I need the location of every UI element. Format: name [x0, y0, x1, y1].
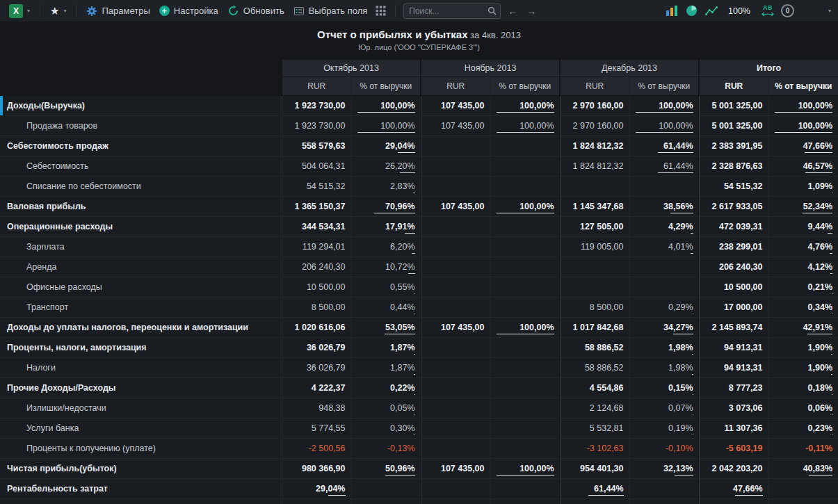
value-cell[interactable]: 0,07%: [629, 398, 699, 418]
value-cell[interactable]: 4,12%: [768, 257, 838, 277]
row-label[interactable]: Валовая прибыль: [0, 197, 282, 217]
row-label[interactable]: Офисные расходы: [0, 277, 282, 298]
value-cell[interactable]: [490, 156, 560, 177]
value-cell[interactable]: -0,10%: [629, 439, 699, 459]
refresh-button[interactable]: Обновить: [225, 3, 287, 18]
value-cell[interactable]: 1 145 347,68: [560, 197, 629, 217]
value-cell[interactable]: 50,96%: [351, 459, 421, 479]
value-cell[interactable]: [351, 479, 421, 499]
value-cell[interactable]: [421, 479, 490, 499]
value-cell[interactable]: [421, 217, 490, 237]
value-cell[interactable]: [421, 418, 490, 439]
value-cell[interactable]: 2 145 893,74: [699, 318, 768, 338]
value-cell[interactable]: 53,05%: [351, 318, 421, 338]
value-cell[interactable]: 100,00%: [490, 459, 560, 479]
value-cell[interactable]: [421, 177, 490, 197]
grid-view-button[interactable]: [374, 4, 387, 17]
value-cell[interactable]: 94 913,31: [699, 358, 768, 378]
show-zeros-button[interactable]: 0: [781, 4, 794, 17]
value-cell[interactable]: -3 102,63: [560, 439, 629, 459]
value-cell[interactable]: 8 500,00: [560, 298, 629, 318]
value-cell[interactable]: 58 886,52: [560, 338, 629, 358]
value-cell[interactable]: 36 026,79: [282, 338, 351, 358]
value-cell[interactable]: 107 435,00: [421, 197, 490, 217]
value-cell[interactable]: 0,29%: [629, 298, 699, 318]
value-cell[interactable]: 46,57%: [768, 156, 838, 177]
search-prev-button[interactable]: ←: [506, 6, 519, 17]
value-cell[interactable]: 42,91%: [768, 318, 838, 338]
value-cell[interactable]: 0,22%: [351, 378, 421, 398]
value-cell[interactable]: 58 886,52: [560, 358, 629, 378]
value-cell[interactable]: [560, 257, 629, 277]
value-cell[interactable]: 100,00%: [768, 96, 838, 116]
value-cell[interactable]: [490, 298, 560, 318]
row-label[interactable]: Проценты к получению (уплате): [0, 439, 282, 459]
value-cell[interactable]: [421, 439, 490, 459]
value-cell[interactable]: 54 515,32: [282, 177, 351, 197]
value-cell[interactable]: 1,98%: [629, 338, 699, 358]
row-label[interactable]: Рентабельность продаж: [0, 499, 282, 504]
value-cell[interactable]: 10 500,00: [699, 277, 768, 298]
value-cell[interactable]: 100,00%: [351, 96, 421, 116]
value-cell[interactable]: 100,00%: [421, 499, 490, 504]
column-group-october[interactable]: Октябрь 2013: [282, 60, 421, 77]
zoom-level[interactable]: 100%: [728, 6, 750, 16]
value-cell[interactable]: 61,44%: [629, 136, 699, 156]
value-cell[interactable]: 1,90%: [768, 358, 838, 378]
value-cell[interactable]: 5 001 325,00: [699, 116, 768, 136]
row-label[interactable]: Доходы до уплаты налогов, переоценки и а…: [0, 318, 282, 338]
value-cell[interactable]: 119 294,01: [282, 237, 351, 257]
value-cell[interactable]: [629, 277, 699, 298]
value-cell[interactable]: [490, 136, 560, 156]
value-cell[interactable]: 47,66%: [699, 479, 768, 499]
value-cell[interactable]: 1 824 812,32: [560, 156, 629, 177]
value-cell[interactable]: [421, 156, 490, 177]
value-cell[interactable]: [560, 177, 629, 197]
parameters-button[interactable]: Параметры: [84, 4, 152, 18]
value-cell[interactable]: 0,05%: [351, 398, 421, 418]
value-cell[interactable]: [490, 217, 560, 237]
value-cell[interactable]: 472 039,31: [699, 217, 768, 237]
value-cell[interactable]: [490, 257, 560, 277]
value-cell[interactable]: -2 500,56: [282, 439, 351, 459]
app-menu-button[interactable]: X ▾: [7, 3, 32, 19]
value-cell[interactable]: 50,96%: [282, 499, 351, 504]
value-cell[interactable]: 0,18%: [768, 378, 838, 398]
fit-width-button[interactable]: AB: [759, 3, 776, 18]
value-cell[interactable]: 5 532,81: [560, 418, 629, 439]
column-group-november[interactable]: Ноябрь 2013: [421, 60, 560, 77]
value-cell[interactable]: [490, 177, 560, 197]
value-cell[interactable]: 107 435,00: [421, 318, 490, 338]
value-cell[interactable]: [421, 398, 490, 418]
subheader-rur[interactable]: RUR: [560, 77, 629, 96]
column-group-december[interactable]: Декабрь 2013: [560, 60, 699, 77]
value-cell[interactable]: [768, 499, 838, 504]
value-cell[interactable]: 10,72%: [351, 257, 421, 277]
subheader-rur[interactable]: RUR: [421, 77, 490, 96]
value-cell[interactable]: 100,00%: [490, 318, 560, 338]
value-cell[interactable]: 100,00%: [629, 96, 699, 116]
value-cell[interactable]: 26,20%: [351, 156, 421, 177]
value-cell[interactable]: [421, 277, 490, 298]
row-label[interactable]: Зарплата: [0, 237, 282, 257]
value-cell[interactable]: 40,83%: [699, 499, 768, 504]
value-cell[interactable]: [490, 237, 560, 257]
value-cell[interactable]: 4,01%: [629, 237, 699, 257]
value-cell[interactable]: 1 923 730,00: [282, 116, 351, 136]
subheader-rur[interactable]: RUR: [699, 77, 768, 96]
row-label[interactable]: Проценты, налоги, амортизация: [0, 338, 282, 358]
value-cell[interactable]: 107 435,00: [421, 459, 490, 479]
value-cell[interactable]: [421, 136, 490, 156]
value-cell[interactable]: 1,98%: [629, 358, 699, 378]
value-cell[interactable]: [560, 277, 629, 298]
value-cell[interactable]: 100,00%: [490, 96, 560, 116]
value-cell[interactable]: 3 073,06: [699, 398, 768, 418]
row-label[interactable]: Транспорт: [0, 298, 282, 318]
value-cell[interactable]: [490, 499, 560, 504]
bar-chart-button[interactable]: [664, 3, 679, 18]
value-cell[interactable]: [421, 358, 490, 378]
value-cell[interactable]: 4,76%: [768, 237, 838, 257]
value-cell[interactable]: 0,30%: [351, 418, 421, 439]
value-cell[interactable]: [768, 479, 838, 499]
row-label[interactable]: Рентабельность затрат: [0, 479, 282, 499]
